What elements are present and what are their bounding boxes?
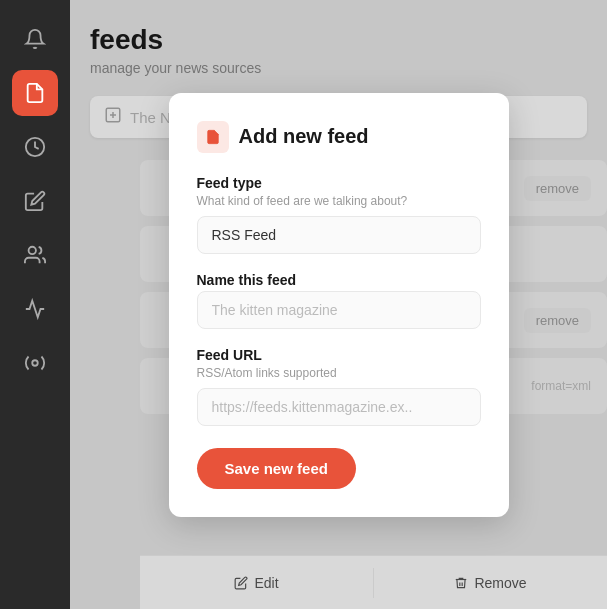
- feed-name-group: Name this feed: [197, 272, 481, 329]
- sidebar-item-analytics[interactable]: [12, 286, 58, 332]
- feed-name-label: Name this feed: [197, 272, 481, 288]
- sidebar-item-edit[interactable]: [12, 178, 58, 224]
- svg-point-1: [29, 247, 36, 254]
- save-new-feed-button[interactable]: Save new feed: [197, 448, 356, 489]
- feed-type-sublabel: What kind of feed are we talking about?: [197, 194, 481, 208]
- feed-url-input[interactable]: [197, 388, 481, 426]
- feed-url-group: Feed URL RSS/Atom links supported: [197, 347, 481, 426]
- feed-url-label: Feed URL: [197, 347, 481, 363]
- sidebar-item-feeds[interactable]: [12, 70, 58, 116]
- modal-title: Add new feed: [239, 125, 369, 148]
- svg-point-2: [32, 360, 38, 366]
- modal-overlay: Add new feed Feed type What kind of feed…: [70, 0, 607, 609]
- sidebar-item-users[interactable]: [12, 232, 58, 278]
- main-content: feeds manage your news sources remove re…: [70, 0, 607, 609]
- sidebar: [0, 0, 70, 609]
- feed-name-input[interactable]: [197, 291, 481, 329]
- add-feed-modal: Add new feed Feed type What kind of feed…: [169, 93, 509, 517]
- feed-type-group: Feed type What kind of feed are we talki…: [197, 175, 481, 254]
- feed-type-input[interactable]: [197, 216, 481, 254]
- sidebar-item-notifications[interactable]: [12, 16, 58, 62]
- feed-url-sublabel: RSS/Atom links supported: [197, 366, 481, 380]
- feed-type-label: Feed type: [197, 175, 481, 191]
- sidebar-item-history[interactable]: [12, 124, 58, 170]
- modal-header: Add new feed: [197, 121, 481, 153]
- sidebar-item-settings[interactable]: [12, 340, 58, 386]
- modal-icon: [197, 121, 229, 153]
